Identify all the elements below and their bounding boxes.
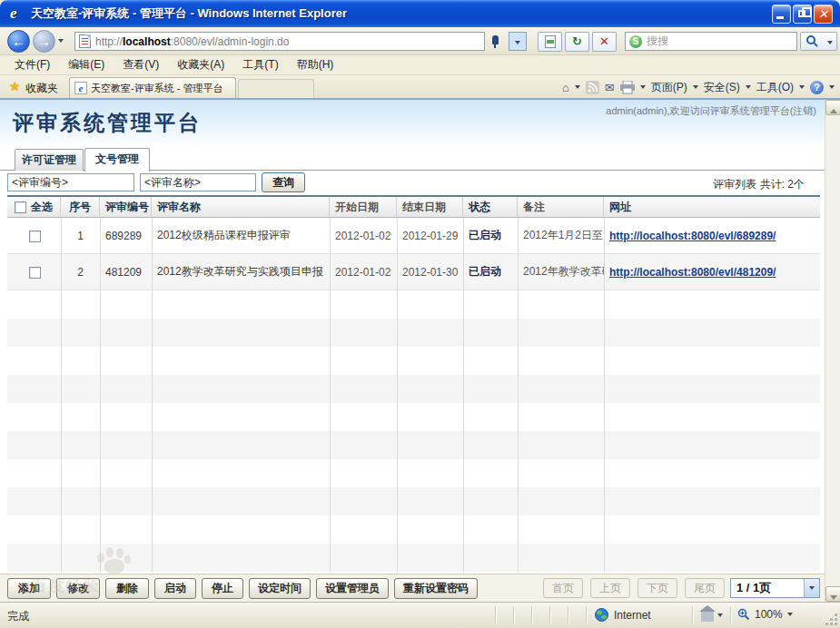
mail-button[interactable]: ✉ — [605, 81, 615, 94]
close-button[interactable]: ✕ — [814, 5, 833, 24]
empty-row — [7, 459, 820, 487]
compatibility-page-icon — [545, 35, 556, 48]
empty-row — [7, 431, 820, 459]
menu-edit[interactable]: 编辑(E) — [61, 55, 112, 74]
cell-code: 481209 — [100, 266, 152, 279]
review-url-link[interactable]: http://localhost:8080/evl/689289/ — [609, 230, 776, 242]
address-bar[interactable]: http://localhost:8080/evl/admin-login.do — [74, 32, 485, 51]
stop-review-button[interactable]: 停止 — [202, 578, 243, 599]
table-row: 1 689289 2012校级精品课程申报评审 2012-01-02 2012-… — [7, 218, 820, 254]
edit-button[interactable]: 修改 — [56, 578, 100, 599]
window-title: 天空教室-评审系统 - 管理平台 - Windows Internet Expl… — [31, 5, 772, 22]
forward-arrow-icon: → — [37, 34, 51, 49]
chevron-down-icon — [515, 41, 520, 44]
safety-menu-button[interactable]: 安全(S) — [704, 80, 740, 95]
help-dropdown[interactable] — [829, 85, 835, 89]
favorites-button[interactable]: 收藏夹 — [25, 81, 58, 96]
menu-view[interactable]: 查看(V) — [115, 55, 166, 74]
tab-document-management[interactable]: 文号管理 — [84, 148, 150, 172]
tools-menu-button[interactable]: 工具(O) — [756, 80, 794, 95]
add-button[interactable]: 添加 — [7, 578, 51, 599]
review-name-input[interactable] — [140, 173, 256, 191]
new-tab-stub[interactable] — [238, 79, 314, 98]
recent-pages-dropdown[interactable] — [58, 39, 64, 43]
set-admin-button[interactable]: 设置管理员 — [316, 578, 389, 599]
stop-icon: ✕ — [599, 34, 609, 48]
cell-name: 2012教学改革研究与实践项目申报 — [152, 264, 330, 280]
empty-row — [7, 319, 820, 347]
start-button[interactable]: 启动 — [154, 578, 196, 599]
search-options-dropdown[interactable] — [824, 32, 837, 51]
search-input[interactable] — [647, 35, 793, 48]
home-button[interactable]: ⌂ — [562, 81, 569, 94]
zoom-control[interactable]: 100% — [737, 608, 793, 621]
refresh-button[interactable]: ↻ — [565, 32, 589, 52]
query-button[interactable]: 查询 — [262, 172, 305, 192]
forward-button[interactable]: → — [33, 30, 55, 53]
browser-window: e 天空教室-评审系统 - 管理平台 - Windows Internet Ex… — [0, 0, 840, 628]
set-time-button[interactable]: 设定时间 — [249, 578, 311, 599]
empty-row — [7, 487, 820, 515]
address-toolbar: ← → http://localhost:8080/evl/admin-logi… — [0, 27, 840, 55]
header-note: 备注 — [518, 197, 604, 217]
tools-menu-dropdown[interactable] — [799, 85, 805, 89]
page-title: 评审系统管理平台 — [13, 109, 202, 137]
browser-tab[interactable]: e 天空教室-评审系统 - 管理平台 — [69, 77, 236, 98]
home-dropdown[interactable] — [575, 85, 580, 89]
app-tab-strip: 许可证管理 文号管理 — [0, 147, 825, 171]
tab-license-management[interactable]: 许可证管理 — [15, 149, 84, 171]
search-button[interactable] — [800, 32, 825, 51]
zoom-dropdown[interactable] — [787, 613, 793, 616]
next-page-button[interactable]: 下页 — [637, 578, 677, 598]
favorites-bar: ★ 收藏夹 e 天空教室-评审系统 - 管理平台 ⌂ ✉ 页面(P) — [0, 75, 840, 98]
compatibility-view-button[interactable] — [538, 32, 562, 52]
print-dropdown[interactable] — [640, 85, 646, 89]
search-box[interactable]: S — [625, 32, 797, 51]
address-history-dropdown[interactable] — [509, 32, 527, 51]
back-button[interactable]: ← — [7, 30, 30, 53]
reset-password-button[interactable]: 重新设置密码 — [394, 578, 478, 599]
prev-page-button[interactable]: 上页 — [590, 578, 630, 598]
empty-row — [7, 403, 820, 431]
scrollbar-down-button[interactable] — [825, 586, 840, 602]
review-code-input[interactable] — [7, 173, 134, 191]
chevron-down-icon — [717, 613, 723, 617]
cell-end-date: 2012-01-29 — [397, 230, 463, 242]
last-page-button[interactable]: 尾页 — [685, 578, 725, 598]
print-button[interactable] — [620, 81, 635, 94]
resize-grip[interactable] — [825, 613, 837, 625]
review-url-link[interactable]: http://localhost:8080/evl/481209/ — [609, 266, 776, 279]
globe-icon — [595, 608, 608, 622]
empty-row — [7, 290, 820, 319]
row-checkbox[interactable] — [29, 267, 41, 279]
menu-file[interactable]: 文件(F) — [7, 55, 57, 74]
delete-button[interactable]: 删除 — [105, 578, 149, 599]
restore-button[interactable] — [793, 5, 812, 24]
page-menu-button[interactable]: 页面(P) — [651, 80, 687, 95]
header-start-date: 开始日期 — [330, 197, 397, 217]
safety-menu-dropdown[interactable] — [746, 85, 751, 89]
favorites-pin-icon — [489, 34, 503, 49]
zoom-level: 100% — [755, 608, 783, 621]
menu-help[interactable]: 帮助(H) — [290, 55, 341, 74]
cell-note: 2012年教学改革研 — [518, 264, 604, 280]
welcome-text[interactable]: admin(admin),欢迎访问评审系统管理平台(注销) — [606, 104, 816, 118]
page-select[interactable]: 1 / 1页 — [730, 578, 820, 598]
page-select-dropdown[interactable] — [804, 579, 819, 597]
cell-seq: 2 — [61, 266, 100, 279]
row-checkbox[interactable] — [29, 231, 41, 242]
page-menu-dropdown[interactable] — [693, 85, 698, 89]
first-page-button[interactable]: 首页 — [543, 578, 583, 598]
scrollbar-up-button[interactable] — [825, 100, 840, 115]
select-all-checkbox[interactable] — [15, 201, 26, 213]
feeds-icon[interactable] — [586, 81, 599, 94]
arrow-down-icon — [830, 595, 837, 600]
help-button[interactable]: ? — [810, 81, 824, 94]
back-arrow-icon: ← — [12, 34, 25, 49]
menu-tools[interactable]: 工具(T) — [235, 55, 285, 74]
vertical-scrollbar[interactable] — [825, 100, 840, 602]
minimize-button[interactable] — [772, 5, 791, 24]
stop-button[interactable]: ✕ — [592, 32, 617, 52]
protected-mode-indicator[interactable] — [701, 608, 723, 622]
menu-favorites[interactable]: 收藏夹(A) — [170, 55, 232, 74]
